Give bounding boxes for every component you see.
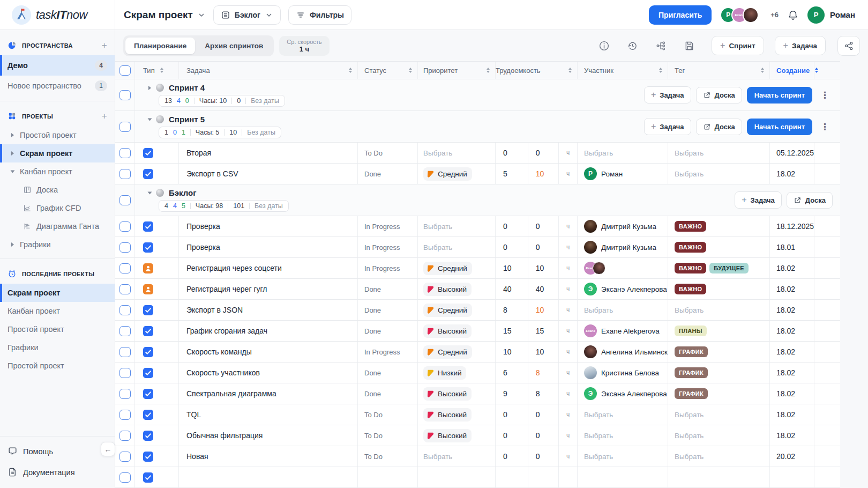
task-row[interactable]: Экспорт в JSONDoneСредний810чВыбратьВыбр…	[115, 300, 840, 321]
assignee-placeholder[interactable]: Выбрать	[584, 306, 613, 314]
effort-cell[interactable]: 00ч	[496, 143, 578, 163]
task-type-icon[interactable]	[143, 221, 153, 232]
priority-cell[interactable]: Выбрать	[418, 143, 496, 163]
info-icon[interactable]	[598, 40, 610, 51]
tag-placeholder[interactable]: Выбрать	[675, 170, 704, 178]
task-row[interactable]: TQLTo DoВысокий00чВыбратьВыбрать18.02	[115, 404, 840, 425]
effort-plan[interactable]: 9	[496, 383, 528, 404]
assignee-cell[interactable]: ExaneExane Alekperova	[578, 321, 668, 341]
task-type-icon[interactable]	[143, 389, 153, 399]
column-header-task[interactable]: Задача	[179, 62, 358, 79]
task-type-icon[interactable]	[143, 368, 153, 378]
sidebar-recent-item[interactable]: Скрам проект	[0, 284, 115, 302]
group-add-task-button[interactable]: +Задача	[735, 191, 782, 209]
created-cell[interactable]: 18.02	[770, 321, 814, 341]
sidebar-project-subitem[interactable]: График CFD	[0, 199, 115, 217]
share-button[interactable]	[837, 36, 860, 56]
task-title-cell[interactable]: Скорость участников	[179, 363, 358, 383]
tag-pill[interactable]: ГРАФИК	[675, 388, 708, 399]
hierarchy-icon[interactable]	[655, 40, 667, 51]
status-cell[interactable]: To Do	[358, 404, 418, 425]
effort-fact[interactable]: 0	[528, 237, 559, 257]
effort-fact[interactable]: 10	[528, 300, 559, 320]
tab-planning[interactable]: Планирование	[125, 38, 195, 54]
status-cell[interactable]: Done	[358, 300, 418, 320]
chevron-right-icon[interactable]	[11, 133, 14, 137]
tag-placeholder[interactable]: Выбрать	[675, 149, 704, 157]
member-avatar-stack[interactable]: РExane	[720, 7, 759, 23]
column-header-status[interactable]: Статус	[358, 62, 418, 79]
row-checkbox[interactable]	[119, 148, 131, 158]
priority-placeholder[interactable]: Выбрать	[423, 149, 452, 157]
tag-placeholder[interactable]: Выбрать	[675, 411, 704, 419]
effort-fact[interactable]: 40	[528, 279, 559, 299]
priority-cell[interactable]: Высокий	[418, 404, 496, 425]
priority-pill[interactable]: Высокий	[423, 429, 472, 442]
expand-caret[interactable]	[148, 191, 152, 194]
task-title-cell[interactable]: Проверка	[179, 237, 358, 257]
effort-fact[interactable]: 0	[528, 425, 559, 446]
assignee-cell[interactable]: Выбрать	[578, 404, 668, 425]
add-sprint-button[interactable]: +Спринт	[712, 36, 764, 55]
assignee-cell[interactable]: ЭЭксанэ Алекперова	[578, 279, 668, 299]
chevron-right-icon[interactable]	[11, 151, 14, 156]
task-type-icon[interactable]	[143, 452, 153, 462]
task-type-icon[interactable]	[143, 148, 153, 158]
effort-cell[interactable]: 810ч	[496, 300, 578, 320]
sidebar-collapse-button[interactable]: ←	[101, 442, 115, 456]
task-title-cell[interactable]: График сгорания задач	[179, 321, 358, 341]
tag-cell[interactable]: ВАЖНО	[668, 279, 770, 299]
effort-plan[interactable]: 40	[496, 279, 528, 299]
project-selector[interactable]: Скрам проект	[124, 9, 206, 21]
status-cell[interactable]: In Progress	[358, 237, 418, 257]
task-type-icon[interactable]	[143, 169, 153, 179]
sidebar-project-subitem[interactable]: Диаграмма Ганта	[0, 217, 115, 235]
effort-fact[interactable]: 0	[528, 216, 559, 236]
priority-cell[interactable]: Средний	[418, 342, 496, 362]
task-row[interactable]: ПроверкаIn ProgressВыбрать00чДмитрий Куз…	[115, 237, 840, 258]
effort-plan[interactable]: 6	[496, 363, 528, 383]
sprint-row[interactable]: Спринт 41340Часы: 100Без даты+ЗадачаДоск…	[115, 79, 840, 111]
effort-plan[interactable]: 5	[496, 164, 528, 184]
row-checkbox[interactable]	[119, 90, 131, 100]
effort-plan[interactable]: 0	[496, 237, 528, 257]
effort-plan[interactable]: 0	[496, 446, 528, 467]
sidebar-project-item[interactable]: Канбан проект	[0, 162, 115, 181]
priority-cell[interactable]: Средний	[418, 164, 496, 184]
sprint-row[interactable]: Спринт 5101Часы: 510Без даты+ЗадачаДоска…	[115, 111, 840, 143]
group-board-button[interactable]: Доска	[696, 87, 742, 103]
effort-fact[interactable]: 8	[528, 383, 559, 404]
created-cell[interactable]: 18.02	[770, 342, 814, 362]
sort-arrows-tag[interactable]	[761, 68, 764, 73]
task-type-icon[interactable]	[143, 410, 153, 420]
status-cell[interactable]: In Progress	[358, 216, 418, 236]
task-row[interactable]: ПроверкаIn ProgressВыбрать00чДмитрий Куз…	[115, 216, 840, 237]
effort-fact[interactable]: 15	[528, 321, 559, 341]
priority-cell[interactable]: Средний	[418, 258, 496, 278]
tag-pill[interactable]: БУДУЩЕЕ	[709, 263, 749, 273]
assignee-cell[interactable]: ЭЭксанэ Алекперова	[578, 383, 668, 404]
task-type-icon[interactable]	[143, 347, 153, 357]
sidebar-project-item[interactable]: Графики	[0, 235, 115, 254]
task-type-icon[interactable]	[143, 305, 153, 315]
tag-placeholder[interactable]: Выбрать	[675, 306, 704, 314]
effort-cell[interactable]: 510ч	[496, 164, 578, 184]
sidebar-doc-link[interactable]: Документация	[0, 462, 115, 483]
priority-pill[interactable]: Средний	[423, 167, 472, 181]
tag-cell[interactable]: ГРАФИК	[668, 363, 770, 383]
tag-pill[interactable]: ВАЖНО	[675, 263, 706, 273]
created-cell[interactable]: 18.02	[770, 279, 814, 299]
assignee-placeholder[interactable]: Выбрать	[584, 411, 613, 419]
column-header-type[interactable]: Тип	[135, 62, 179, 79]
task-title-cell[interactable]: Экспорт в JSON	[179, 300, 358, 320]
save-icon[interactable]	[684, 40, 695, 51]
add-task-button[interactable]: +Задача	[775, 36, 826, 55]
tag-cell[interactable]: ГРАФИК	[668, 342, 770, 362]
column-header-assignee[interactable]: Участник	[578, 62, 668, 79]
sidebar-space-item[interactable]: Демо4	[0, 55, 115, 76]
task-row[interactable]: Экспорт в CSVDoneСредний510чРРоманВыбрат…	[115, 164, 840, 184]
status-cell[interactable]: Done	[358, 363, 418, 383]
assignee-cell[interactable]: РРоман	[578, 164, 668, 184]
task-title-cell[interactable]: Скорость команды	[179, 342, 358, 362]
row-checkbox[interactable]	[119, 347, 131, 357]
